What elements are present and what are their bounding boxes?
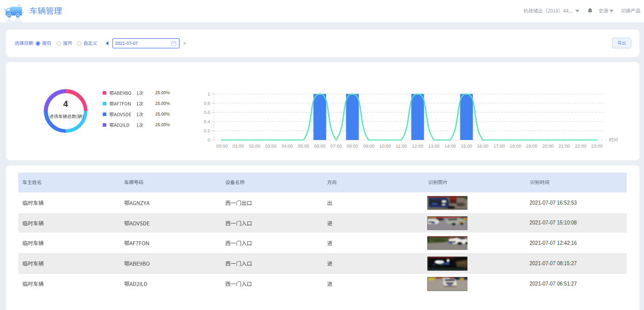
svg-text:09:00: 09:00 <box>363 144 375 149</box>
svg-text:1: 1 <box>208 92 210 97</box>
svg-text:03:00: 03:00 <box>265 144 277 149</box>
svg-text:0.6: 0.6 <box>203 110 210 115</box>
svg-text:17:00: 17:00 <box>493 144 505 149</box>
svg-text:19:00: 19:00 <box>526 144 538 149</box>
svg-text:0.4: 0.4 <box>203 119 210 124</box>
svg-text:13:00: 13:00 <box>428 144 440 149</box>
svg-text:08:00: 08:00 <box>347 144 359 149</box>
svg-text:15:00: 15:00 <box>461 144 473 149</box>
svg-text:07:00: 07:00 <box>331 144 342 149</box>
svg-text:05:00: 05:00 <box>298 144 309 149</box>
svg-text:10:00: 10:00 <box>379 144 391 149</box>
svg-text:04:00: 04:00 <box>281 144 293 149</box>
svg-text:02:00: 02:00 <box>249 144 260 149</box>
svg-text:23:00: 23:00 <box>591 144 603 149</box>
svg-text:00:00: 00:00 <box>216 144 228 149</box>
svg-text:12:00: 12:00 <box>412 144 424 149</box>
svg-text:06:00: 06:00 <box>314 144 326 149</box>
svg-text:21:00: 21:00 <box>559 144 570 149</box>
svg-text:22:00: 22:00 <box>575 144 587 149</box>
svg-text:01:00: 01:00 <box>232 144 244 149</box>
svg-text:16:00: 16:00 <box>477 144 489 149</box>
svg-text:18:00: 18:00 <box>510 144 521 149</box>
svg-text:20:00: 20:00 <box>542 144 554 149</box>
svg-text:11:00: 11:00 <box>396 144 407 149</box>
svg-text:0.8: 0.8 <box>203 101 210 106</box>
svg-text:0.2: 0.2 <box>203 128 210 133</box>
svg-text:0: 0 <box>208 137 210 143</box>
svg-text:14:00: 14:00 <box>445 144 456 149</box>
